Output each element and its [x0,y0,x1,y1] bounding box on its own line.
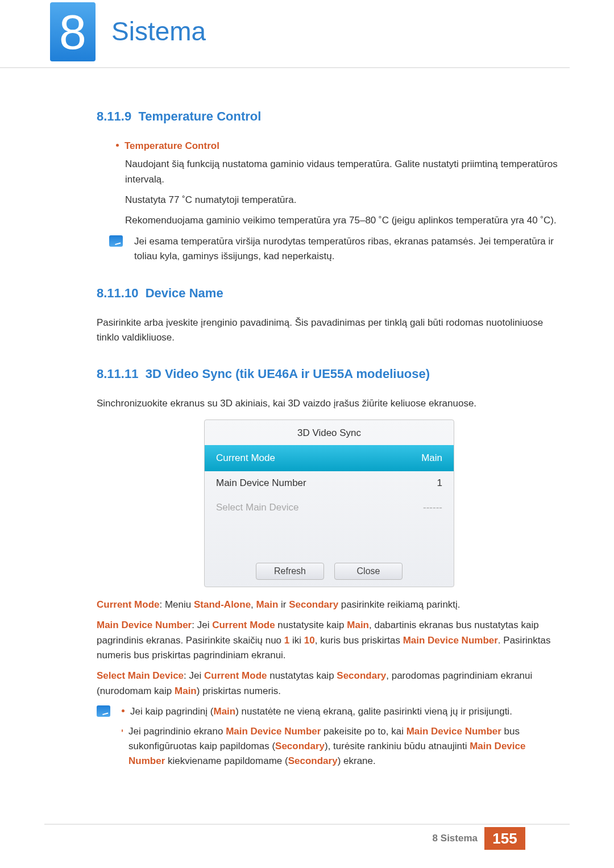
menu-row-label: Select Main Device [216,500,299,515]
menu-row-label: Current Mode [216,451,275,466]
term-secondary: Secondary [289,599,338,610]
page-header: 8 Sistema [0,0,570,68]
bullet-dot-icon [122,709,125,712]
note-bullet-2: Jei pagrindinio ekrano Main Device Numbe… [122,724,562,769]
note-icon [109,235,123,247]
osd-menu-panel: 3D Video Sync Current Mode Main Main Dev… [204,420,454,587]
footer-breadcrumb: 8 Sistema [433,831,478,846]
section-8-11-11-heading: 8.11.11 3D Video Sync (tik UE46A ir UE55… [97,364,562,384]
paragraph: Nustatyta 77 ˚C numatytoji temperatūra. [125,193,562,207]
close-button[interactable]: Close [334,563,403,580]
bullet-temperature-control: Temperature Control [116,139,562,153]
section-number: 8.11.10 [97,286,138,300]
note-bullet-1: Jei kaip pagrindinį (Main) nustatėte ne … [122,704,562,719]
term-stand-alone: Stand-Alone [194,599,251,610]
page-content: 8.11.9 Temperature Control Temperature C… [0,68,614,774]
term-main: Main [256,599,279,610]
paragraph: Rekomenduojama gaminio veikimo temperatū… [125,213,562,228]
menu-row-select-main-device: Select Main Device ------ [205,496,454,520]
paragraph: Sinchronizuokite ekranus su 3D akiniais,… [97,396,562,411]
section-8-11-10-heading: 8.11.10 Device Name [97,284,562,303]
bullet-dot-icon [122,729,123,732]
note-text: Jei pagrindinio ekrano Main Device Numbe… [128,724,562,769]
menu-row-value: 1 [437,476,442,491]
section-number: 8.11.11 [97,367,138,381]
paragraph: Select Main Device: Jei Current Mode nus… [97,668,562,699]
note-icon [97,705,110,717]
page-number-badge: 155 [484,827,525,850]
section-title: Temperature Control [138,109,261,123]
term-select-main-device: Select Main Device [97,670,184,681]
note-text: Jei esama temperatūra viršija nurodytas … [134,234,562,264]
chapter-title: Sistema [111,11,206,52]
term-current-mode: Current Mode [97,599,160,610]
menu-row-main-device-number[interactable]: Main Device Number 1 [205,471,454,495]
chapter-number-badge: 8 [50,2,96,61]
refresh-button[interactable]: Refresh [256,563,324,580]
paragraph: Pasirinkite arba įveskite įrenginio pava… [97,315,562,346]
paragraph: Current Mode: Meniu Stand-Alone, Main ir… [97,597,562,612]
note-text: Jei kaip pagrindinį (Main) nustatėte ne … [130,704,512,719]
menu-row-label: Main Device Number [216,476,306,491]
paragraph: Main Device Number: Jei Current Mode nus… [97,618,562,663]
bullet-dot-icon [116,144,119,147]
term-main-device-number: Main Device Number [97,620,192,630]
osd-button-row: Refresh Close [205,559,454,584]
section-title: Device Name [146,286,223,300]
section-8-11-9-heading: 8.11.9 Temperature Control [97,107,562,126]
section-number: 8.11.9 [97,109,131,123]
note-block: Jei esama temperatūra viršija nurodytas … [109,234,562,264]
menu-row-current-mode[interactable]: Current Mode Main [205,445,454,471]
menu-row-value: ------ [423,500,442,515]
section-title: 3D Video Sync (tik UE46A ir UE55A modeli… [146,367,430,381]
osd-menu-title: 3D Video Sync [205,420,454,445]
page-footer: 8 Sistema 155 [44,824,570,852]
note-block: Jei kaip pagrindinį (Main) nustatėte ne … [97,704,562,773]
bullet-label: Temperature Control [125,139,219,153]
menu-row-value: Main [421,451,442,466]
paragraph: Naudojant šią funkciją nustatoma gaminio… [125,157,562,187]
